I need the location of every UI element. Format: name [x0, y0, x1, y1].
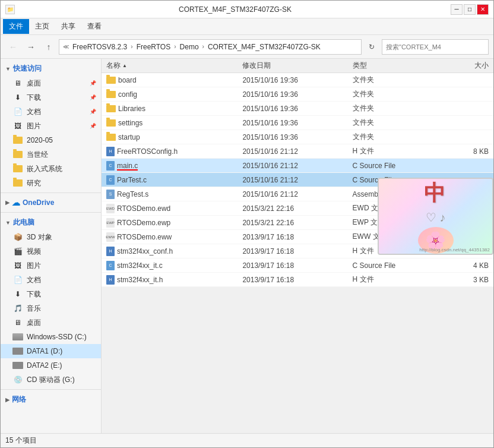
sidebar-item-dl[interactable]: ⬇ 下载 [1, 287, 101, 301]
refresh-button[interactable]: ↻ [364, 39, 379, 55]
sidebar-network-header[interactable]: ▶ 网络 [1, 392, 101, 407]
sidebar-thispc-label: 此电脑 [13, 217, 34, 228]
sidebar-item-music[interactable]: 🎵 音乐 [1, 301, 101, 316]
table-row[interactable]: C main.c 2015/10/16 21:12 C Source File [102, 159, 493, 173]
separator-3 [1, 389, 101, 390]
sidebar-item-driveC[interactable]: Windows-SSD (C:) [1, 330, 101, 344]
pin-icon-4: 📌 [90, 123, 96, 129]
sidebar-item-research[interactable]: 研究 [1, 176, 101, 190]
sidebar-thispc-header[interactable]: ▼ 此电脑 [1, 215, 101, 230]
docs-icon: 📄 [12, 106, 23, 117]
overlay-char-2: ♡ ♪ [426, 210, 446, 225]
file-name: stm32f4xx_conf.h [117, 247, 173, 255]
folder-icon-year [12, 135, 23, 146]
main-content: ▼ 快速访问 🖥 桌面 📌 ⬇ 下载 📌 📄 文档 📌 [1, 59, 493, 433]
sidebar-item-doc[interactable]: 📄 文档 [1, 273, 101, 287]
table-row[interactable]: Libraries 2015/10/16 19:36 文件夹 [102, 102, 493, 116]
address-part-2[interactable]: FreeRTOS [134, 42, 173, 52]
address-bar[interactable]: ≪ FreeRTOSV8.2.3 › FreeRTOS › Demo › COR… [59, 39, 362, 55]
toolbar: ← → ↑ ≪ FreeRTOSV8.2.3 › FreeRTOS › Demo… [1, 35, 493, 59]
table-row[interactable]: config 2015/10/16 19:36 文件夹 [102, 87, 493, 102]
sidebar-item-bible[interactable]: 当世经 [1, 147, 101, 162]
table-row[interactable]: H FreeRTOSConfig.h 2015/10/16 21:12 H 文件… [102, 144, 493, 159]
search-bar[interactable] [382, 39, 489, 55]
sidebar-item-embed[interactable]: 嵌入式系统 [1, 162, 101, 176]
menu-view[interactable]: 查看 [81, 19, 107, 34]
window-title: CORTEX_M4F_STM32F407ZG-SK [20, 5, 451, 14]
folder-icon-research [12, 178, 23, 188]
maximize-button[interactable]: □ [464, 4, 476, 15]
sidebar-onedrive-header[interactable]: ▶ ☁ OneDrive [1, 195, 101, 210]
column-size[interactable]: 大小 [433, 61, 491, 71]
minimize-button[interactable]: ─ [451, 4, 463, 15]
doc-icon: 📄 [12, 275, 23, 285]
forward-button[interactable]: → [23, 39, 39, 55]
table-row[interactable]: settings 2015/10/16 19:36 文件夹 [102, 116, 493, 130]
address-part-1[interactable]: FreeRTOSV8.2.3 [70, 42, 129, 52]
table-row[interactable]: board 2015/10/16 19:36 文件夹 [102, 73, 493, 87]
sidebar-item-driveD[interactable]: DATA1 (D:) [1, 344, 101, 358]
file-date: 2015/10/16 19:36 [240, 105, 350, 113]
menu-file[interactable]: 文件 [3, 19, 29, 34]
file-list-header: 名称 ▲ 修改日期 类型 大小 [102, 59, 493, 73]
close-button[interactable]: ✕ [477, 4, 489, 15]
music-icon: 🎵 [12, 303, 23, 314]
file-date: 2015/10/16 19:36 [240, 119, 350, 127]
file-date: 2015/10/16 21:12 [240, 147, 350, 156]
c-file-icon: C [106, 161, 115, 171]
sidebar-item-docs1[interactable]: 📄 文档 📌 [1, 105, 101, 119]
menu-home[interactable]: 主页 [29, 19, 55, 34]
sidebar-item-pic[interactable]: 🖼 图片 [1, 258, 101, 273]
sidebar-item-pics1[interactable]: 🖼 图片 📌 [1, 119, 101, 133]
sidebar-item-download1[interactable]: ⬇ 下载 📌 [1, 90, 101, 105]
column-type[interactable]: 类型 [350, 61, 434, 71]
desktop-icon: 🖥 [12, 78, 23, 89]
separator-2 [1, 212, 101, 213]
file-date: 2015/10/16 21:12 [240, 190, 350, 198]
sidebar-item-3d[interactable]: 📦 3D 对象 [1, 230, 101, 244]
up-button[interactable]: ↑ [41, 39, 56, 55]
back-button[interactable]: ← [5, 39, 21, 55]
sidebar-network-label: 网络 [12, 395, 26, 405]
sidebar-label-driveC: Windows-SSD (C:) [27, 333, 87, 341]
address-part-4[interactable]: CORTEX_M4F_STM32F407ZG-SK [205, 42, 323, 52]
table-row[interactable]: startup 2015/10/16 19:36 文件夹 [102, 130, 493, 144]
sidebar-item-desktop1[interactable]: 🖥 桌面 📌 [1, 76, 101, 90]
sidebar-item-desktop2[interactable]: 🖥 桌面 [1, 316, 101, 330]
item-count: 15 个项目 [5, 436, 37, 446]
window: 📁 CORTEX_M4F_STM32F407ZG-SK ─ □ ✕ 文件 主页 … [0, 0, 494, 448]
menu-share[interactable]: 共享 [55, 19, 81, 34]
sidebar-label-pics1: 图片 [27, 121, 41, 131]
eww-file-icon: EWW [106, 232, 115, 242]
download-icon: ⬇ [12, 92, 23, 103]
table-row[interactable]: H stm32f4xx_it.h 2013/9/17 16:18 H 文件 3 … [102, 273, 493, 287]
table-row[interactable]: C stm32f4xx_it.c 2013/9/17 16:18 C Sourc… [102, 258, 493, 273]
onedrive-icon: ☁ [12, 198, 20, 207]
file-name: Libraries [118, 105, 145, 113]
sidebar-item-driveG[interactable]: 💿 CD 驱动器 (G:) [1, 373, 101, 387]
file-name: config [118, 90, 137, 99]
ewd-file-icon: EWD [106, 204, 115, 213]
sidebar-label-driveG: CD 驱动器 (G:) [27, 375, 75, 385]
collapse-arrow-network: ▶ [5, 397, 10, 403]
file-type: 文件夹 [350, 89, 434, 99]
address-part-3[interactable]: Demo [178, 42, 201, 52]
sidebar-item-driveE[interactable]: DATA2 (E:) [1, 358, 101, 373]
sidebar-item-video[interactable]: 🎬 视频 [1, 244, 101, 258]
sidebar: ▼ 快速访问 🖥 桌面 📌 ⬇ 下载 📌 📄 文档 📌 [1, 59, 102, 433]
pin-icon-3: 📌 [90, 109, 96, 115]
sidebar-label-music: 音乐 [27, 304, 41, 314]
column-name[interactable]: 名称 ▲ [104, 61, 240, 71]
sidebar-item-year[interactable]: 2020-05 [1, 133, 101, 147]
file-date: 2015/10/16 21:12 [240, 162, 350, 170]
driveC-icon [12, 332, 23, 342]
column-date[interactable]: 修改日期 [240, 61, 350, 71]
search-input[interactable] [386, 43, 484, 51]
file-type: H 文件 [350, 275, 434, 285]
sidebar-quick-access-header[interactable]: ▼ 快速访问 [1, 61, 101, 76]
title-bar: 📁 CORTEX_M4F_STM32F407ZG-SK ─ □ ✕ [1, 1, 493, 18]
file-date: 2015/10/16 19:36 [240, 133, 350, 141]
folder-icon-embed [12, 163, 23, 174]
folder-icon-bible [12, 149, 23, 160]
address-parts: ≪ FreeRTOSV8.2.3 › FreeRTOS › Demo › COR… [63, 42, 357, 52]
